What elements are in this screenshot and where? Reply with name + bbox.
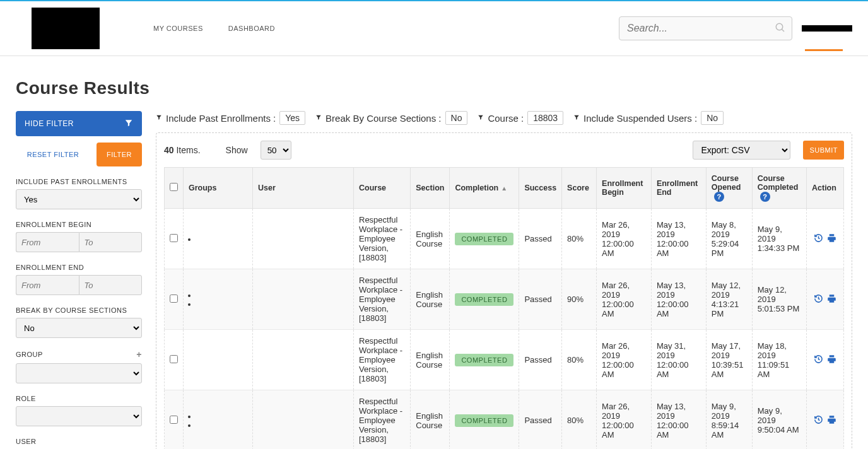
history-icon[interactable] [814, 294, 823, 305]
funnel-icon [573, 114, 580, 122]
filter-chip-value: Yes [279, 111, 305, 125]
cell-opened: May 12, 2019 4:13:21 PM [706, 269, 752, 330]
row-checkbox[interactable] [170, 294, 178, 303]
filter-chip-label: Course : [488, 113, 524, 124]
reset-filter-button[interactable]: RESET FILTER [16, 143, 90, 166]
filter-chip-label: Include Past Enrollments : [166, 113, 276, 124]
search-icon[interactable] [775, 22, 786, 37]
col-completion[interactable]: Completion▲ [450, 168, 519, 209]
col-score[interactable]: Score [562, 168, 597, 209]
col-action: Action [807, 168, 844, 209]
cell-completed: May 12, 2019 5:01:53 PM [752, 269, 806, 330]
filter-chip-value: No [445, 111, 468, 125]
help-icon[interactable]: ? [760, 192, 770, 202]
cell-score: 80% [562, 209, 597, 269]
print-icon[interactable] [827, 354, 836, 366]
user-menu[interactable] [802, 25, 852, 32]
print-icon[interactable] [827, 294, 836, 305]
break-sections-select[interactable]: No [16, 318, 142, 338]
enroll-begin-to[interactable] [79, 232, 143, 252]
help-icon[interactable]: ? [714, 192, 724, 202]
enroll-begin-from[interactable] [16, 232, 79, 252]
col-enroll-end[interactable]: Enrollment End [651, 168, 706, 209]
enroll-end-to[interactable] [79, 275, 143, 295]
role-select[interactable] [16, 406, 142, 426]
completed-badge: COMPLETED [455, 414, 513, 427]
history-icon[interactable] [814, 354, 823, 366]
completed-badge: COMPLETED [455, 354, 513, 366]
plus-icon[interactable]: + [136, 349, 142, 359]
filter-chip: Include Past Enrollments :Yes [156, 111, 305, 125]
cell-success: Passed [519, 269, 562, 330]
user-label: USER [16, 438, 142, 445]
cell-groups [184, 209, 253, 269]
select-all-checkbox[interactable] [170, 183, 178, 191]
table-row: Respectful Workplace - Employee Version,… [165, 330, 844, 390]
cell-actions [807, 390, 844, 450]
group-bullet [197, 412, 247, 421]
history-icon[interactable] [814, 415, 823, 426]
completed-badge: COMPLETED [455, 293, 513, 306]
break-sections-label: BREAK BY COURSE SECTIONS [16, 306, 142, 314]
include-past-label: INCLUDE PAST ENROLLMENTS [16, 178, 142, 185]
cell-completion: COMPLETED [450, 209, 519, 269]
cell-success: Passed [519, 390, 562, 450]
item-count: 40 Items. [164, 145, 201, 155]
cell-section: English Course [411, 209, 450, 269]
nav-dashboard[interactable]: DASHBOARD [228, 25, 275, 32]
row-checkbox[interactable] [170, 416, 178, 424]
funnel-icon [315, 114, 322, 122]
enroll-end-from[interactable] [16, 275, 79, 295]
cell-completion: COMPLETED [450, 330, 519, 390]
filter-button[interactable]: FILTER [97, 143, 142, 166]
col-section[interactable]: Section [411, 168, 450, 209]
filter-chip-label: Include Suspended Users : [584, 113, 697, 124]
cell-course: Respectful Workplace - Employee Version,… [354, 330, 411, 390]
col-groups[interactable]: Groups [184, 168, 253, 209]
page-title: Course Results [0, 56, 868, 111]
cell-opened: May 8, 2019 5:29:04 PM [706, 209, 752, 269]
group-bullet [197, 235, 247, 243]
include-past-select[interactable]: Yes [16, 189, 142, 209]
print-icon[interactable] [827, 415, 836, 426]
row-checkbox[interactable] [170, 234, 178, 242]
group-select[interactable] [16, 363, 142, 383]
cell-enroll-end: May 13, 2019 12:00:00 AM [651, 209, 706, 269]
cell-opened: May 9, 2019 8:59:14 AM [706, 390, 752, 450]
col-success[interactable]: Success [519, 168, 562, 209]
col-checkbox [165, 168, 184, 209]
history-icon[interactable] [814, 233, 823, 245]
main-nav: MY COURSES DASHBOARD [153, 25, 275, 32]
table-row: Respectful Workplace - Employee Version,… [165, 390, 844, 450]
cell-course: Respectful Workplace - Employee Version,… [354, 209, 411, 269]
col-opened[interactable]: Course Opened? [706, 168, 752, 209]
show-label: Show [226, 145, 248, 155]
search-input[interactable] [619, 16, 792, 40]
hide-filter-button[interactable]: HIDE FILTER [16, 111, 142, 136]
cell-opened: May 17, 2019 10:39:51 AM [706, 330, 752, 390]
export-select[interactable]: Export: CSV [693, 141, 790, 160]
row-checkbox[interactable] [170, 355, 178, 363]
col-enroll-begin[interactable]: Enrollment Begin [597, 168, 652, 209]
cell-course: Respectful Workplace - Employee Version,… [354, 390, 411, 450]
nav-my-courses[interactable]: MY COURSES [153, 25, 203, 32]
submit-button[interactable]: SUBMIT [803, 141, 844, 160]
cell-groups [184, 390, 253, 450]
enroll-end-label: ENROLLMENT END [16, 264, 142, 271]
col-completed[interactable]: Course Completed? [752, 168, 806, 209]
page-size-select[interactable]: 50 [261, 141, 291, 160]
accent-underline [805, 49, 843, 51]
results-table: Groups User Course Section Completion▲ S… [164, 167, 844, 449]
hide-filter-label: HIDE FILTER [25, 119, 74, 128]
col-user[interactable]: User [253, 168, 354, 209]
cell-completed: May 9, 2019 1:34:33 PM [752, 209, 806, 269]
col-course[interactable]: Course [354, 168, 411, 209]
cell-groups [184, 330, 253, 390]
funnel-icon [124, 119, 133, 129]
filter-sidebar: HIDE FILTER RESET FILTER FILTER INCLUDE … [16, 111, 142, 449]
print-icon[interactable] [827, 233, 836, 245]
enroll-begin-label: ENROLLMENT BEGIN [16, 221, 142, 228]
content: Include Past Enrollments :YesBreak By Co… [156, 111, 852, 449]
svg-point-0 [776, 23, 783, 30]
filter-summary: Include Past Enrollments :YesBreak By Co… [156, 111, 852, 125]
